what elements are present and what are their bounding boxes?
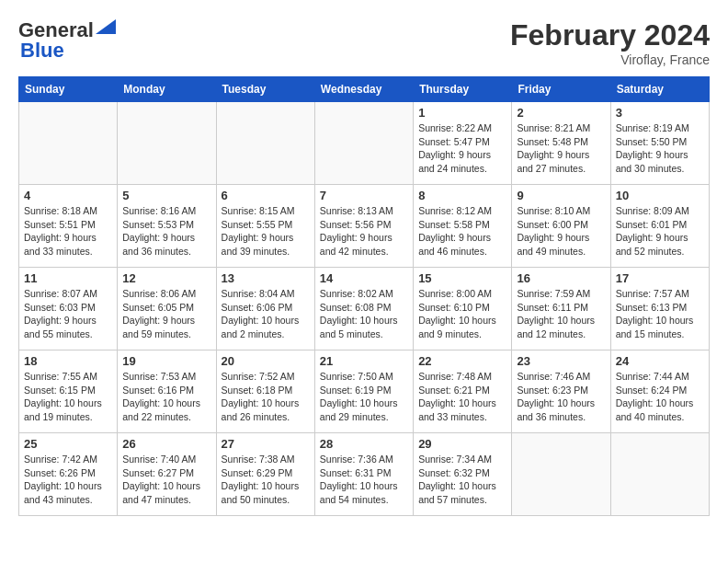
day-info: Sunrise: 8:22 AM Sunset: 5:47 PM Dayligh… xyxy=(418,121,506,176)
calendar-cell: 17Sunrise: 7:57 AM Sunset: 6:13 PM Dayli… xyxy=(610,268,709,350)
calendar-cell: 10Sunrise: 8:09 AM Sunset: 6:01 PM Dayli… xyxy=(610,185,709,268)
calendar-cell: 1Sunrise: 8:22 AM Sunset: 5:47 PM Daylig… xyxy=(414,102,512,185)
calendar-cell: 23Sunrise: 7:46 AM Sunset: 6:23 PM Dayli… xyxy=(512,350,610,433)
day-number: 29 xyxy=(418,437,506,451)
day-info: Sunrise: 7:55 AM Sunset: 6:15 PM Dayligh… xyxy=(24,370,112,424)
day-number: 15 xyxy=(418,271,506,285)
day-number: 21 xyxy=(320,354,408,368)
day-number: 22 xyxy=(418,354,506,368)
day-info: Sunrise: 8:04 AM Sunset: 6:06 PM Dayligh… xyxy=(222,287,310,341)
calendar-col-header: Monday xyxy=(118,77,216,102)
calendar-cell: 14Sunrise: 8:02 AM Sunset: 6:08 PM Dayli… xyxy=(314,268,413,350)
day-number: 13 xyxy=(222,271,310,285)
calendar-col-header: Wednesday xyxy=(314,77,413,102)
calendar-cell xyxy=(118,102,216,185)
day-info: Sunrise: 8:09 AM Sunset: 6:01 PM Dayligh… xyxy=(616,204,704,259)
day-number: 19 xyxy=(122,354,210,368)
logo-icon xyxy=(96,19,116,34)
day-info: Sunrise: 7:48 AM Sunset: 6:21 PM Dayligh… xyxy=(418,370,506,424)
calendar-cell: 25Sunrise: 7:42 AM Sunset: 6:26 PM Dayli… xyxy=(19,433,118,516)
day-number: 8 xyxy=(418,189,506,202)
day-info: Sunrise: 7:50 AM Sunset: 6:19 PM Dayligh… xyxy=(320,370,408,424)
calendar-cell xyxy=(216,102,314,185)
calendar-week-row: 11Sunrise: 8:07 AM Sunset: 6:03 PM Dayli… xyxy=(19,268,710,350)
day-info: Sunrise: 7:34 AM Sunset: 6:32 PM Dayligh… xyxy=(418,453,506,507)
day-info: Sunrise: 8:16 AM Sunset: 5:53 PM Dayligh… xyxy=(122,204,210,259)
day-info: Sunrise: 7:57 AM Sunset: 6:13 PM Dayligh… xyxy=(616,287,704,341)
day-info: Sunrise: 7:36 AM Sunset: 6:31 PM Dayligh… xyxy=(320,453,408,507)
day-number: 2 xyxy=(517,106,605,120)
day-number: 3 xyxy=(616,106,704,120)
calendar-cell: 11Sunrise: 8:07 AM Sunset: 6:03 PM Dayli… xyxy=(19,268,118,350)
calendar-body: 1Sunrise: 8:22 AM Sunset: 5:47 PM Daylig… xyxy=(19,102,710,516)
calendar-cell: 29Sunrise: 7:34 AM Sunset: 6:32 PM Dayli… xyxy=(414,433,512,516)
calendar-cell: 15Sunrise: 8:00 AM Sunset: 6:10 PM Dayli… xyxy=(414,268,512,350)
day-number: 20 xyxy=(222,354,310,368)
calendar-cell: 24Sunrise: 7:44 AM Sunset: 6:24 PM Dayli… xyxy=(610,350,709,433)
day-number: 18 xyxy=(24,354,112,368)
calendar-week-row: 18Sunrise: 7:55 AM Sunset: 6:15 PM Dayli… xyxy=(19,350,710,433)
day-number: 11 xyxy=(24,271,112,285)
calendar-cell: 4Sunrise: 8:18 AM Sunset: 5:51 PM Daylig… xyxy=(19,185,118,268)
day-info: Sunrise: 8:07 AM Sunset: 6:03 PM Dayligh… xyxy=(24,287,112,341)
day-info: Sunrise: 8:21 AM Sunset: 5:48 PM Dayligh… xyxy=(517,121,605,176)
day-number: 28 xyxy=(320,437,408,451)
calendar-cell xyxy=(19,102,118,185)
day-number: 23 xyxy=(517,354,605,368)
day-info: Sunrise: 8:00 AM Sunset: 6:10 PM Dayligh… xyxy=(418,287,506,341)
day-number: 16 xyxy=(517,271,605,285)
calendar-cell xyxy=(512,433,610,516)
day-info: Sunrise: 7:40 AM Sunset: 6:27 PM Dayligh… xyxy=(122,453,210,507)
day-info: Sunrise: 8:12 AM Sunset: 5:58 PM Dayligh… xyxy=(418,204,506,259)
day-info: Sunrise: 8:15 AM Sunset: 5:55 PM Dayligh… xyxy=(222,204,310,259)
calendar-cell: 5Sunrise: 8:16 AM Sunset: 5:53 PM Daylig… xyxy=(118,185,216,268)
day-number: 12 xyxy=(122,271,210,285)
day-number: 14 xyxy=(320,271,408,285)
logo-blue: Blue xyxy=(20,39,64,62)
day-info: Sunrise: 8:18 AM Sunset: 5:51 PM Dayligh… xyxy=(24,204,112,259)
day-info: Sunrise: 7:52 AM Sunset: 6:18 PM Dayligh… xyxy=(222,370,310,424)
day-info: Sunrise: 8:10 AM Sunset: 6:00 PM Dayligh… xyxy=(517,204,605,259)
calendar-cell: 27Sunrise: 7:38 AM Sunset: 6:29 PM Dayli… xyxy=(216,433,314,516)
calendar-cell: 16Sunrise: 7:59 AM Sunset: 6:11 PM Dayli… xyxy=(512,268,610,350)
day-info: Sunrise: 7:38 AM Sunset: 6:29 PM Dayligh… xyxy=(222,453,310,507)
day-info: Sunrise: 7:44 AM Sunset: 6:24 PM Dayligh… xyxy=(616,370,704,424)
calendar-cell: 12Sunrise: 8:06 AM Sunset: 6:05 PM Dayli… xyxy=(118,268,216,350)
logo: General Blue xyxy=(18,18,116,63)
day-info: Sunrise: 8:06 AM Sunset: 6:05 PM Dayligh… xyxy=(122,287,210,341)
day-number: 4 xyxy=(24,189,112,202)
calendar-cell: 8Sunrise: 8:12 AM Sunset: 5:58 PM Daylig… xyxy=(414,185,512,268)
calendar-cell: 9Sunrise: 8:10 AM Sunset: 6:00 PM Daylig… xyxy=(512,185,610,268)
day-number: 26 xyxy=(122,437,210,451)
calendar-col-header: Thursday xyxy=(414,77,512,102)
day-info: Sunrise: 7:59 AM Sunset: 6:11 PM Dayligh… xyxy=(517,287,605,341)
day-number: 1 xyxy=(418,106,506,120)
calendar-cell: 21Sunrise: 7:50 AM Sunset: 6:19 PM Dayli… xyxy=(314,350,413,433)
calendar-col-header: Sunday xyxy=(19,77,118,102)
title-area: February 2024 Viroflay, France xyxy=(510,18,710,67)
calendar-cell xyxy=(314,102,413,185)
calendar-cell: 3Sunrise: 8:19 AM Sunset: 5:50 PM Daylig… xyxy=(610,102,709,185)
calendar-col-header: Tuesday xyxy=(216,77,314,102)
day-info: Sunrise: 8:19 AM Sunset: 5:50 PM Dayligh… xyxy=(616,121,704,176)
day-info: Sunrise: 7:53 AM Sunset: 6:16 PM Dayligh… xyxy=(122,370,210,424)
svg-marker-0 xyxy=(96,19,116,34)
day-number: 7 xyxy=(320,189,408,202)
calendar-cell: 22Sunrise: 7:48 AM Sunset: 6:21 PM Dayli… xyxy=(414,350,512,433)
location: Viroflay, France xyxy=(510,52,710,67)
calendar-header-row: SundayMondayTuesdayWednesdayThursdayFrid… xyxy=(19,77,710,102)
month-title: February 2024 xyxy=(510,18,710,52)
header: General Blue February 2024 Viroflay, Fra… xyxy=(18,18,710,67)
calendar-col-header: Friday xyxy=(512,77,610,102)
calendar-week-row: 1Sunrise: 8:22 AM Sunset: 5:47 PM Daylig… xyxy=(19,102,710,185)
calendar-cell: 18Sunrise: 7:55 AM Sunset: 6:15 PM Dayli… xyxy=(19,350,118,433)
day-number: 25 xyxy=(24,437,112,451)
day-info: Sunrise: 7:46 AM Sunset: 6:23 PM Dayligh… xyxy=(517,370,605,424)
calendar-cell: 6Sunrise: 8:15 AM Sunset: 5:55 PM Daylig… xyxy=(216,185,314,268)
calendar-cell: 19Sunrise: 7:53 AM Sunset: 6:16 PM Dayli… xyxy=(118,350,216,433)
calendar-cell: 28Sunrise: 7:36 AM Sunset: 6:31 PM Dayli… xyxy=(314,433,413,516)
day-number: 10 xyxy=(616,189,704,202)
calendar-table: SundayMondayTuesdayWednesdayThursdayFrid… xyxy=(18,76,710,516)
day-number: 24 xyxy=(616,354,704,368)
day-info: Sunrise: 8:02 AM Sunset: 6:08 PM Dayligh… xyxy=(320,287,408,341)
